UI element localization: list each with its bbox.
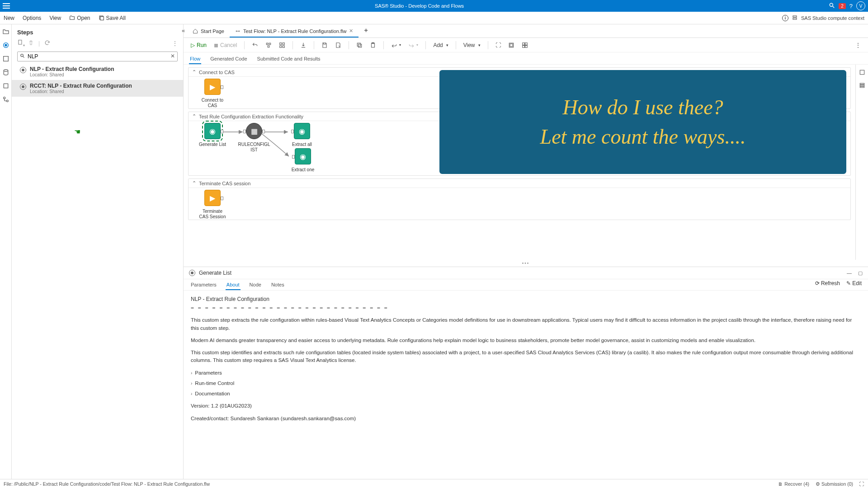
- about-paragraph: This custom step identifies and extracts…: [191, 349, 861, 365]
- tab-test-flow[interactable]: Test Flow: NLP - Extract Rule Configurat…: [230, 25, 359, 38]
- status-expand-icon[interactable]: ⛶: [859, 481, 864, 487]
- details-maximize-icon[interactable]: ▢: [858, 270, 863, 276]
- node-label: Connect to CAS: [192, 98, 233, 108]
- editor-tabs: Start Page Test Flow: NLP - Extract Rule…: [184, 24, 868, 38]
- titlebar: SAS® Studio - Develop Code and Flows 2 ?…: [0, 0, 868, 12]
- expander-documentation[interactable]: ›Documentation: [191, 390, 861, 398]
- rail-steps-icon[interactable]: [2, 42, 9, 49]
- rail-props-icon[interactable]: [859, 69, 865, 77]
- details-minimize-icon[interactable]: —: [847, 270, 852, 276]
- copy-icon[interactable]: [354, 41, 365, 50]
- run-button[interactable]: ▷ Run: [188, 41, 209, 50]
- search-icon[interactable]: [829, 2, 835, 10]
- node-generate-list[interactable]: ◉ Generate List: [192, 123, 233, 147]
- svg-point-14: [21, 54, 24, 57]
- subtab-submitted[interactable]: Submitted Code and Results: [256, 54, 321, 64]
- download-icon[interactable]: [297, 41, 309, 50]
- grid-icon[interactable]: [519, 41, 531, 50]
- flow-canvas[interactable]: ⌃Connect to CAS ▶ Connect to CAS ⌃Test R…: [184, 65, 855, 260]
- refresh-label: Refresh: [821, 280, 840, 286]
- minimap-icon[interactable]: [505, 41, 517, 50]
- dtab-notes[interactable]: Notes: [270, 280, 285, 290]
- cancel-button[interactable]: ◼ Cancel: [211, 41, 240, 50]
- rail-git-icon[interactable]: [2, 82, 9, 89]
- expander-runtime[interactable]: ›Run-time Control: [191, 380, 861, 387]
- menu-options[interactable]: Options: [23, 15, 41, 21]
- tab-new[interactable]: +: [359, 24, 373, 38]
- rail-outline-icon[interactable]: [859, 82, 865, 90]
- node-ruleconfiglist[interactable]: ▦ RULECONFIGL IST: [234, 123, 274, 153]
- info-icon[interactable]: i: [782, 15, 788, 21]
- refresh-button[interactable]: ⟳ Refresh: [815, 280, 840, 288]
- save-icon[interactable]: [319, 41, 330, 50]
- refresh-steps-icon[interactable]: [44, 40, 50, 47]
- horizontal-splitter[interactable]: •••: [184, 260, 868, 267]
- rail-clinical-icon[interactable]: [2, 96, 9, 103]
- new-step-icon[interactable]: ▾: [17, 39, 24, 47]
- rail-folder-icon[interactable]: [2, 28, 9, 35]
- hamburger-icon[interactable]: [3, 3, 10, 9]
- arrange-icon[interactable]: [276, 41, 288, 50]
- dtab-parameters[interactable]: Parameters: [190, 280, 217, 290]
- menu-open-label: Open: [77, 15, 90, 21]
- steps-more-icon[interactable]: ⋮: [172, 40, 178, 47]
- steps-search-input[interactable]: [17, 52, 178, 61]
- svg-rect-19: [267, 43, 269, 45]
- redo-icon[interactable]: ▾: [406, 41, 421, 50]
- details-body: NLP - Extract Rule Configuration = = = =…: [184, 291, 868, 479]
- svg-line-1: [833, 6, 835, 8]
- step-name: RCCT: NLP - Extract Rule Configuration: [30, 83, 178, 89]
- svg-rect-24: [280, 46, 282, 47]
- menu-view[interactable]: View: [49, 15, 61, 21]
- more-icon[interactable]: ⋮: [853, 41, 863, 50]
- help-icon[interactable]: ?: [849, 3, 853, 9]
- dtab-node[interactable]: Node: [249, 280, 262, 290]
- tab-start-page[interactable]: Start Page: [187, 26, 230, 38]
- menu-new[interactable]: New: [4, 15, 14, 21]
- expand-icon[interactable]: ⛶: [493, 41, 504, 50]
- node-terminate-cas[interactable]: ▶ Terminate CAS Session: [192, 190, 233, 220]
- undo-icon[interactable]: ▾: [388, 41, 404, 50]
- step-node-icon: [20, 84, 26, 90]
- status-filepath: File: /Public/NLP - Extract Rule Configu…: [4, 481, 210, 487]
- view-dropdown[interactable]: View: [461, 41, 483, 50]
- node-extract-all[interactable]: ◉ Extract all: [282, 123, 322, 147]
- status-recover[interactable]: 🗎 Recover (4): [778, 481, 809, 487]
- subtab-generated-code[interactable]: Generated Code: [209, 54, 248, 64]
- compute-context-label[interactable]: SAS Studio compute context: [801, 15, 864, 21]
- collapse-section-icon[interactable]: ⌃: [192, 113, 196, 119]
- section-title: Connect to CAS: [199, 70, 235, 75]
- rail-snippets-icon[interactable]: [2, 55, 9, 62]
- expander-parameters[interactable]: ›Parameters: [191, 369, 861, 377]
- svg-point-12: [6, 100, 8, 102]
- node-extract-one[interactable]: ◉ Extract one: [283, 148, 323, 173]
- menu-saveall[interactable]: Save All: [99, 15, 126, 21]
- svg-point-0: [830, 3, 833, 6]
- step-item-nlp-extract[interactable]: NLP - Extract Rule Configuration Locatio…: [12, 63, 183, 80]
- collapse-section-icon[interactable]: ⌃: [192, 180, 196, 186]
- menu-open[interactable]: Open: [69, 15, 90, 21]
- notification-badge[interactable]: 2: [839, 3, 846, 9]
- status-submission[interactable]: ⚙ Submission (0): [816, 481, 853, 487]
- undo-flow-icon[interactable]: [249, 41, 261, 50]
- node-connect-cas[interactable]: ▶ Connect to CAS: [192, 79, 233, 108]
- subtab-flow[interactable]: Flow: [189, 54, 201, 64]
- clear-search-icon[interactable]: ✕: [170, 53, 175, 59]
- rail-libs-icon[interactable]: [2, 69, 9, 76]
- paste-icon[interactable]: [367, 41, 379, 50]
- edit-button[interactable]: ✎ Edit: [846, 280, 862, 288]
- close-tab-icon[interactable]: ✕: [349, 28, 353, 34]
- saveas-icon[interactable]: [332, 41, 344, 50]
- delete-step-icon[interactable]: [28, 40, 34, 47]
- layout-icon[interactable]: [263, 41, 274, 50]
- dtab-about[interactable]: About: [226, 280, 241, 290]
- add-dropdown[interactable]: Add: [430, 41, 451, 50]
- menubar: New Options View Open Save All i SAS Stu…: [0, 12, 868, 24]
- cancel-label: Cancel: [220, 42, 237, 48]
- avatar[interactable]: V: [856, 1, 865, 10]
- statusbar: File: /Public/NLP - Extract Rule Configu…: [0, 479, 868, 488]
- step-item-rcct-nlp[interactable]: RCCT: NLP - Extract Rule Configuration L…: [12, 80, 183, 97]
- collapse-section-icon[interactable]: ⌃: [192, 69, 196, 75]
- collapse-left-icon[interactable]: «: [182, 27, 185, 34]
- app-title: SAS® Studio - Develop Code and Flows: [10, 3, 829, 9]
